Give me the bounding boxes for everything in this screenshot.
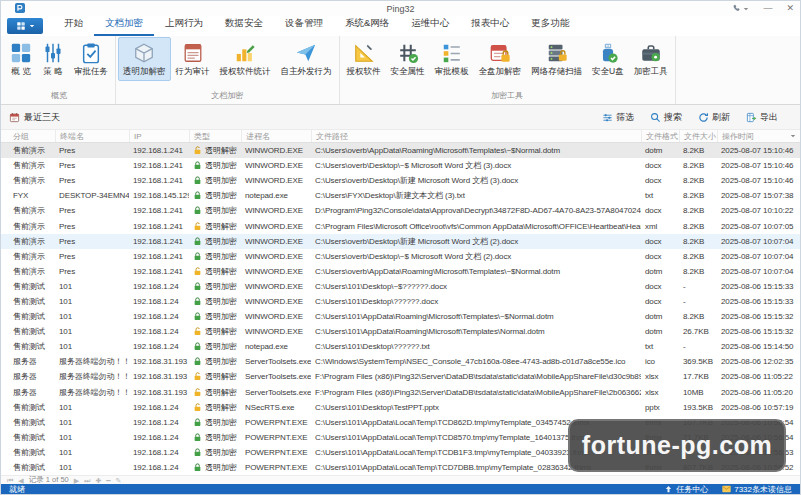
cell-ip: 192.168.31.193 [129,357,189,366]
pager-first-button[interactable]: ⏮ [7,477,13,484]
backstage-button[interactable] [7,18,43,34]
tab-home[interactable]: 开始 [53,14,94,36]
cell-path: F:\Program Files (x86)\Ping32\Server\Dat… [311,372,641,381]
column-header-ip[interactable]: IP [129,130,189,142]
cell-path: C:\Users\overb\Desktop\~$ Microsoft Word… [311,160,641,171]
unread-messages-button[interactable]: 7332条未读信息 [722,484,792,495]
close-button[interactable]: ✕ [786,4,794,13]
tab-device-management[interactable]: 设备管理 [274,14,334,36]
security-attribute-button[interactable]: 安全属性 [386,37,430,81]
self-outgoing-behavior-button[interactable]: 自主外发行为 [276,37,337,81]
cell-type: 透明解密 [189,326,241,337]
pager-add-button[interactable]: ✚ [95,477,101,484]
table-row[interactable]: FYXDESKTOP-34EMN4V192.168.145.129透明加密not… [1,188,800,203]
column-header-type[interactable]: 类型 [189,130,241,142]
pager-remove-button[interactable]: ━ [106,477,110,484]
support-phone-button[interactable] [732,4,749,13]
cell-path: C:\Users\101\AppData\Roaming\Microsoft\T… [311,327,641,336]
refresh-icon [698,112,709,123]
table-row[interactable]: 售前演示Pres192.168.1.241透明解密WINWORD.EXEC:\U… [1,143,800,158]
cell-terminal: Pres [55,161,129,170]
table-row[interactable]: 售前测试101192.168.1.24透明解密WINWORD.EXEC:\Use… [1,324,800,339]
network-storage-scan-button[interactable]: 网络存储扫描 [526,37,587,81]
column-header-format[interactable]: 文件格式 [641,130,679,142]
licensed-software-button[interactable]: 授权软件 [342,37,386,81]
policy-button[interactable]: 策 略 [37,37,69,81]
tab-more-functions[interactable]: 更多功能 [520,14,580,36]
overview-button[interactable]: 概 览 [5,37,37,81]
cell-path: F:\Program Files (x86)\Ping32\Server\Dat… [311,388,641,397]
cell-type: 透明加密 [189,205,241,216]
pager-last-button[interactable]: ⏭ [84,477,90,484]
tab-report-center[interactable]: 报表中心 [460,14,520,36]
column-header-size[interactable]: 文件大小 [679,130,717,142]
table-row[interactable]: 售前演示Pres192.168.1.241透明加密WINWORD.EXED:\P… [1,203,800,218]
column-header-group[interactable]: 分组 [9,130,55,142]
filter-toolbar: 最近三天 筛选搜索刷新导出 [1,105,800,129]
table-row[interactable]: 售前测试101192.168.1.24透明加密WINWORD.EXEC:\Use… [1,279,800,294]
ribbon-group-2: 授权软件安全属性审批模板全盘加解密网络存储扫描安全U盘加密工具加密工具 [340,36,676,104]
search-button[interactable]: 搜索 [650,111,682,124]
cell-terminal: Pres [55,222,129,231]
export-button[interactable]: 导出 [746,111,778,124]
cell-type: 透明解密 [189,145,241,156]
cell-format: docx [641,297,679,306]
table-row[interactable]: 售前测试101192.168.1.24透明加密WINWORD.EXEC:\Use… [1,294,800,309]
type-label: 透明加密 [205,462,237,473]
table-row[interactable]: 服务器服务器终端勿动！！！192.168.31.193透明解密ServerToo… [1,385,800,400]
table-row[interactable]: 服务器服务器终端勿动！！！192.168.31.193透明加密ServerToo… [1,354,800,369]
transparent-encryption-button[interactable]: 透明加解密 [118,37,171,81]
cell-process: WINWORD.EXE [241,176,311,185]
table-row[interactable]: 售前测试101192.168.1.24透明解密NSecRTS.exeC:\Use… [1,400,800,415]
cell-terminal: 服务器终端勿动！！！ [55,387,129,398]
column-header-time[interactable]: 操作时间 [717,130,794,142]
approval-template-button[interactable]: 审批模板 [430,37,474,81]
table-row[interactable]: 售前演示Pres192.168.1.241透明加密WINWORD.EXEC:\U… [1,234,800,249]
phone-icon [732,4,741,13]
pager-prev-button[interactable]: ◀ [18,477,23,484]
cell-group: 售前演示 [9,251,55,262]
cell-format: txt [641,191,679,200]
secure-usb-button[interactable]: 安全U盘 [587,37,629,81]
cell-size: 8.2KB [679,312,717,321]
tab-data-security[interactable]: 数据安全 [214,14,274,36]
tab-web-behavior[interactable]: 上网行为 [154,14,214,36]
licensed-software-stats-button[interactable]: 授权软件统计 [215,37,276,81]
table-row[interactable]: 售前演示Pres192.168.1.241透明解密WINWORD.EXEC:\U… [1,264,800,279]
cell-group: 售前演示 [9,175,55,186]
table-row[interactable]: 售前测试101192.168.1.24透明加密notepad.exeC:\Use… [1,339,800,354]
filter-button[interactable]: 筛选 [602,111,634,124]
table-row[interactable]: 售前测试101192.168.1.24透明加密WINWORD.EXEC:\Use… [1,309,800,324]
column-filter-icon[interactable] [790,133,796,139]
cell-size: 26.7KB [679,327,717,336]
behavior-audit-button[interactable]: 行为审计 [171,37,215,81]
toolbox-icon [640,42,662,64]
task-center-icon [664,485,673,493]
cell-ip: 192.168.1.24 [129,282,189,291]
type-label: 透明加密 [205,251,237,262]
table-row[interactable]: 售前演示Pres192.168.1.241透明加密WINWORD.EXEC:\U… [1,249,800,264]
full-disk-encryption-button[interactable]: 全盘加解密 [474,37,527,81]
date-range-filter[interactable]: 最近三天 [9,111,60,124]
tab-ops-center[interactable]: 运维中心 [400,14,460,36]
table-row[interactable]: 售前演示Pres192.168.1.241透明解密WINWORD.EXEC:\P… [1,218,800,233]
approval-task-button[interactable]: 审批任务 [69,37,113,81]
cell-process: WINWORD.EXE [241,282,311,291]
pager-edit-button[interactable]: ✎ [116,477,122,484]
task-center-button[interactable]: 任务中心 [664,484,708,495]
table-row[interactable]: 售前演示Pres192.168.1.241透明加密WINWORD.EXEC:\U… [1,158,800,173]
tab-doc-encryption[interactable]: 文档加密 [94,14,154,36]
table-row[interactable]: 售前演示Pres192.168.1.241透明加密WINWORD.EXEC:\U… [1,173,800,188]
type-label: 透明解密 [205,371,237,382]
encryption-tools-button[interactable]: 加密工具 [629,37,673,81]
tab-system-network[interactable]: 系统&网络 [334,14,400,36]
column-header-process[interactable]: 进程名 [241,130,311,142]
refresh-button[interactable]: 刷新 [698,111,730,124]
minimize-button[interactable]: — [763,4,772,13]
filter-label: 筛选 [616,111,634,124]
pager-next-button[interactable]: ▶ [74,477,79,484]
table-row[interactable]: 服务器服务器终端勿动！！！192.168.31.193透明解密ServerToo… [1,369,800,384]
column-header-path[interactable]: 文件路径 [311,130,641,142]
column-header-terminal[interactable]: 终端名 [55,130,129,142]
lock-closed-icon [193,448,202,457]
